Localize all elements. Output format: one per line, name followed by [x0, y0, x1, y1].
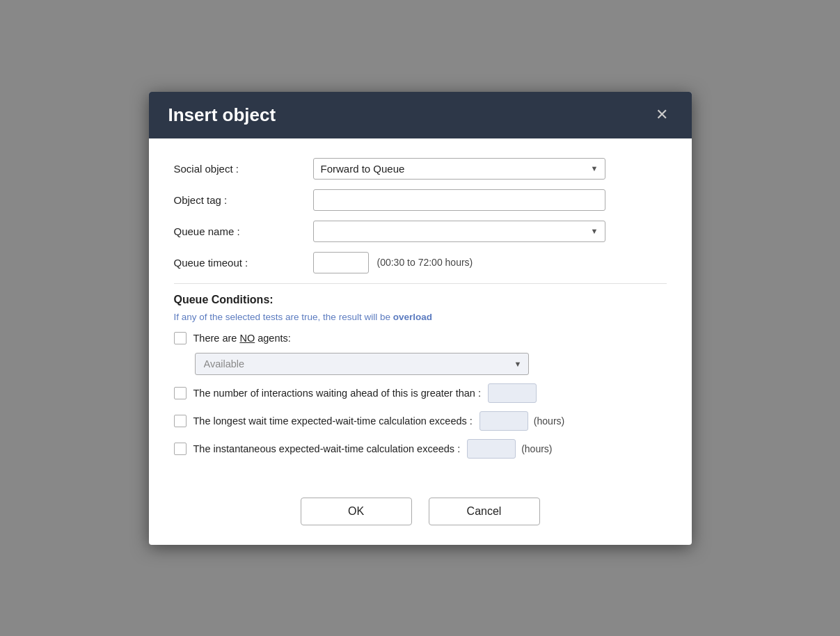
ok-button[interactable]: OK [301, 498, 412, 525]
available-select[interactable]: Available [195, 353, 529, 375]
queue-name-select-wrapper [313, 221, 605, 242]
interactions-row: The number of interactions waiting ahead… [174, 383, 667, 403]
dialog-header: Insert object ✕ [149, 92, 692, 138]
longest-wait-suffix: (hours) [534, 415, 564, 427]
instantaneous-label: The instantaneous expected-wait-time cal… [193, 443, 461, 454]
close-button[interactable]: ✕ [651, 106, 672, 124]
object-tag-input-wrapper [313, 189, 605, 211]
instantaneous-input[interactable] [467, 439, 516, 459]
longest-wait-input[interactable] [480, 411, 528, 431]
interactions-checkbox[interactable] [174, 387, 187, 399]
social-object-label: Social object : [174, 163, 313, 175]
object-tag-label: Object tag : [174, 194, 313, 206]
queue-name-label: Queue name : [174, 225, 313, 237]
instantaneous-checkbox[interactable] [174, 443, 187, 455]
no-agents-row: There are NO agents: [174, 332, 667, 344]
social-object-select[interactable]: Forward to Queue [313, 158, 605, 180]
conditions-title: Queue Conditions: [174, 294, 667, 306]
cancel-button[interactable]: Cancel [429, 498, 540, 525]
insert-object-dialog: Insert object ✕ Social object : Forward … [149, 92, 692, 545]
instantaneous-suffix: (hours) [521, 443, 552, 454]
dialog-body: Social object : Forward to Queue Object … [149, 138, 692, 484]
dialog-title: Insert object [168, 104, 276, 126]
queue-timeout-hint: (00:30 to 72:00 hours) [377, 257, 473, 268]
interactions-input[interactable] [488, 383, 537, 403]
no-agents-checkbox[interactable] [174, 332, 187, 344]
object-tag-row: Object tag : [174, 189, 667, 211]
longest-wait-label: The longest wait time expected-wait-time… [193, 415, 473, 427]
no-agents-label: There are NO agents: [193, 333, 291, 344]
instantaneous-row: The instantaneous expected-wait-time cal… [174, 439, 667, 459]
longest-wait-row: The longest wait time expected-wait-time… [174, 411, 667, 431]
queue-name-select[interactable] [313, 221, 605, 242]
object-tag-input[interactable] [313, 189, 605, 211]
queue-timeout-label: Queue timeout : [174, 257, 313, 269]
conditions-info-text: If any of the selected tests are true, t… [174, 312, 393, 322]
interactions-label: The number of interactions waiting ahead… [193, 388, 481, 399]
longest-wait-checkbox[interactable] [174, 415, 187, 427]
social-object-row: Social object : Forward to Queue [174, 158, 667, 180]
conditions-info: If any of the selected tests are true, t… [174, 312, 667, 322]
queue-name-row: Queue name : [174, 221, 667, 242]
social-object-select-wrapper: Forward to Queue [313, 158, 605, 180]
available-dropdown-wrapper: Available [195, 353, 529, 375]
no-agents-underline: NO [239, 333, 255, 344]
conditions-info-bold: overload [393, 312, 432, 322]
divider [174, 283, 667, 284]
queue-timeout-row: Queue timeout : (00:30 to 72:00 hours) [174, 252, 667, 273]
dialog-footer: OK Cancel [149, 484, 692, 545]
queue-timeout-input[interactable] [313, 252, 369, 273]
